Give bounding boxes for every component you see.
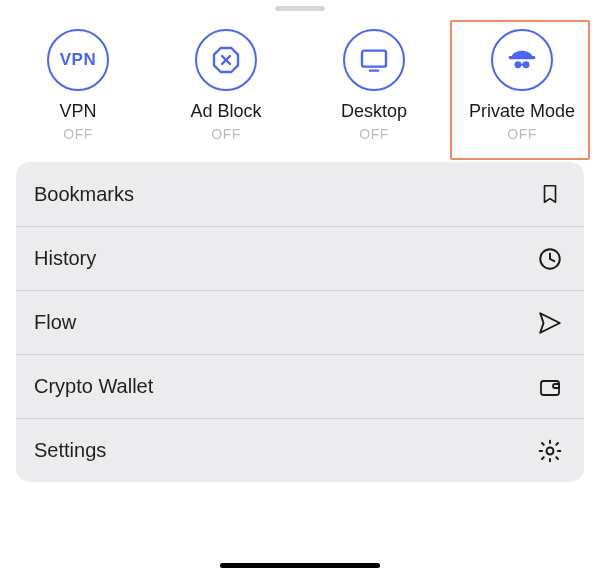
menu-list: Bookmarks History Flow Crypto Wallet Set [16,162,584,482]
desktop-status: OFF [359,126,389,142]
svg-point-6 [515,61,522,68]
desktop-toggle[interactable]: Desktop OFF [300,23,448,148]
menu-crypto-wallet[interactable]: Crypto Wallet [16,354,584,418]
send-icon [536,309,564,337]
gear-icon [536,437,564,465]
menu-bookmarks-label: Bookmarks [34,183,134,206]
bookmark-icon [536,180,564,208]
svg-point-7 [523,61,530,68]
private-mode-status: OFF [507,126,537,142]
svg-point-12 [547,447,554,454]
vpn-toggle[interactable]: VPN VPN OFF [4,23,152,148]
private-mode-icon [491,29,553,91]
quick-toggles: VPN VPN OFF Ad Block OFF [0,23,600,148]
vpn-icon: VPN [47,29,109,91]
vpn-status: OFF [63,126,93,142]
svg-marker-10 [540,313,560,333]
adblock-toggle[interactable]: Ad Block OFF [152,23,300,148]
desktop-icon [343,29,405,91]
adblock-label: Ad Block [190,101,261,122]
desktop-label: Desktop [341,101,407,122]
adblock-status: OFF [211,126,241,142]
svg-rect-8 [521,64,524,66]
adblock-icon [195,29,257,91]
clock-icon [536,245,564,273]
menu-history-label: History [34,247,96,270]
menu-sheet: VPN VPN OFF Ad Block OFF [0,6,600,578]
vpn-icon-text: VPN [60,50,96,70]
private-mode-toggle[interactable]: Private Mode OFF [448,23,596,148]
wallet-icon [536,373,564,401]
menu-flow-label: Flow [34,311,76,334]
svg-rect-5 [509,56,536,59]
menu-crypto-label: Crypto Wallet [34,375,153,398]
sheet-grabber[interactable] [275,6,325,11]
menu-history[interactable]: History [16,226,584,290]
private-mode-label: Private Mode [469,101,575,122]
menu-bookmarks[interactable]: Bookmarks [16,162,584,226]
menu-settings-label: Settings [34,439,106,462]
menu-settings[interactable]: Settings [16,418,584,482]
vpn-label: VPN [59,101,96,122]
svg-rect-3 [362,51,386,67]
menu-flow[interactable]: Flow [16,290,584,354]
home-indicator[interactable] [220,563,380,568]
